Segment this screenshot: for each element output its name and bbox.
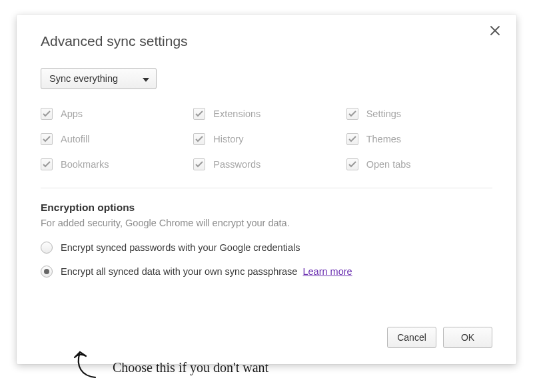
checkbox-themes[interactable]: Themes <box>346 133 492 145</box>
sync-settings-dialog: Advanced sync settings Sync everything A… <box>17 15 516 364</box>
divider <box>41 188 492 188</box>
sync-mode-value: Sync everything <box>49 73 118 84</box>
checkbox-bookmarks[interactable]: Bookmarks <box>41 158 187 170</box>
ok-button[interactable]: OK <box>443 327 492 348</box>
checkbox-icon <box>346 158 358 170</box>
checkbox-label: Bookmarks <box>61 159 109 170</box>
checkbox-settings[interactable]: Settings <box>346 108 492 120</box>
cancel-button[interactable]: Cancel <box>387 327 436 348</box>
checkbox-apps[interactable]: Apps <box>41 108 187 120</box>
checkbox-label: Extensions <box>213 108 261 119</box>
checkbox-icon <box>346 108 358 120</box>
dialog-title: Advanced sync settings <box>41 33 492 49</box>
checkbox-label: Passwords <box>213 159 261 170</box>
checkbox-open-tabs[interactable]: Open tabs <box>346 158 492 170</box>
radio-icon <box>41 266 53 278</box>
annotation-line1: Choose this if you don't want <box>113 360 268 375</box>
radio-icon <box>41 242 53 254</box>
checkbox-label: History <box>213 134 243 144</box>
checkbox-extensions[interactable]: Extensions <box>193 108 339 120</box>
checkbox-passwords[interactable]: Passwords <box>193 158 339 170</box>
learn-more-link[interactable]: Learn more <box>302 266 352 277</box>
sync-mode-select[interactable]: Sync everything <box>41 68 157 89</box>
annotation-arrow-icon <box>69 343 105 385</box>
checkbox-icon <box>193 108 205 120</box>
checkbox-icon <box>193 133 205 145</box>
checkbox-icon <box>193 158 205 170</box>
dialog-footer: Cancel OK <box>387 327 492 348</box>
caret-down-icon <box>143 73 149 84</box>
radio-encrypt-passwords[interactable]: Encrypt synced passwords with your Googl… <box>41 242 492 254</box>
radio-encrypt-all[interactable]: Encrypt all synced data with your own sy… <box>41 266 492 278</box>
radio-label: Encrypt synced passwords with your Googl… <box>61 242 300 253</box>
checkbox-label: Open tabs <box>366 159 411 170</box>
sync-item-grid: Apps Extensions Settings Autofill Histor… <box>41 108 492 170</box>
checkbox-icon <box>41 133 53 145</box>
encryption-heading: Encryption options <box>41 202 492 214</box>
checkbox-label: Settings <box>366 108 401 119</box>
radio-label: Encrypt all synced data with your own sy… <box>61 266 297 277</box>
checkbox-history[interactable]: History <box>193 133 339 145</box>
close-icon[interactable] <box>490 25 504 40</box>
checkbox-label: Autofill <box>61 134 90 144</box>
checkbox-label: Apps <box>61 108 83 119</box>
encryption-sub: For added security, Google Chrome will e… <box>41 218 492 228</box>
checkbox-label: Themes <box>366 134 401 144</box>
checkbox-icon <box>41 108 53 120</box>
checkbox-icon <box>346 133 358 145</box>
checkbox-icon <box>41 158 53 170</box>
checkbox-autofill[interactable]: Autofill <box>41 133 187 145</box>
